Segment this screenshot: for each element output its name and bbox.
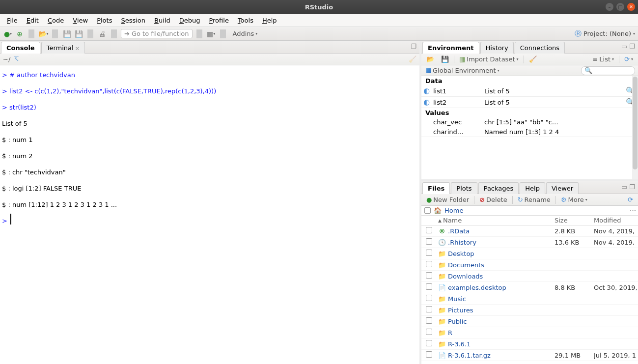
menu-tools[interactable]: Tools bbox=[234, 15, 257, 26]
tab-connections[interactable]: Connections bbox=[515, 42, 565, 54]
env-search-input[interactable] bbox=[581, 66, 635, 75]
file-name[interactable]: R-3.6.1.tar.gz bbox=[448, 352, 555, 359]
file-name[interactable]: Documents bbox=[448, 261, 555, 269]
file-row[interactable]: 📁Pictures bbox=[421, 305, 638, 316]
file-name[interactable]: Pictures bbox=[448, 307, 555, 314]
tab-terminal[interactable]: Terminal× bbox=[41, 42, 85, 54]
tab-history[interactable]: History bbox=[480, 42, 514, 54]
tab-plots[interactable]: Plots bbox=[451, 182, 477, 194]
file-name[interactable]: R-3.6.1 bbox=[448, 340, 555, 348]
refresh-env-button[interactable]: ⟳▾ bbox=[622, 55, 635, 63]
close-icon[interactable]: × bbox=[75, 45, 80, 52]
file-row[interactable]: 📁Desktop bbox=[421, 248, 638, 259]
env-scope-dropdown[interactable]: Global Environment ▾ bbox=[424, 66, 501, 75]
import-dataset-dropdown[interactable]: ▦ Import Dataset ▾ bbox=[457, 55, 521, 63]
menu-file[interactable]: File bbox=[3, 15, 22, 26]
file-name[interactable]: Music bbox=[448, 295, 555, 303]
expand-icon[interactable]: ◐ bbox=[423, 86, 432, 95]
menu-plots[interactable]: Plots bbox=[93, 15, 116, 26]
tab-files[interactable]: Files bbox=[422, 182, 450, 194]
grid-button[interactable]: ▦▾ bbox=[206, 29, 216, 38]
new-project-button[interactable]: ⊕ bbox=[15, 29, 25, 38]
save-button[interactable]: 💾 bbox=[62, 29, 72, 38]
save-all-button[interactable]: 💾 bbox=[74, 29, 83, 38]
file-checkbox[interactable] bbox=[426, 250, 432, 256]
window-minimize-button[interactable] bbox=[606, 3, 613, 11]
env-row[interactable]: ◐list1List of 5🔍 bbox=[421, 85, 638, 97]
expand-icon[interactable]: ◐ bbox=[423, 98, 432, 107]
env-row[interactable]: ◐list2List of 5🔍 bbox=[421, 97, 638, 108]
file-row[interactable]: 📄R-3.6.1.tar.gz29.1 MBJul 5, 2019, 1 bbox=[421, 350, 638, 361]
sort-by-modified[interactable]: Modified bbox=[594, 217, 638, 224]
breadcrumb-more-button[interactable]: ⋯ bbox=[630, 207, 636, 214]
env-view-dropdown[interactable]: ≡ List ▾ bbox=[590, 55, 616, 63]
pane-window-icon[interactable]: ❐ bbox=[629, 183, 635, 191]
tab-console[interactable]: Console bbox=[1, 42, 40, 54]
clear-env-button[interactable]: 🧹 bbox=[527, 55, 539, 63]
menu-help[interactable]: Help bbox=[258, 15, 281, 26]
load-workspace-button[interactable]: 📂 bbox=[424, 55, 436, 63]
file-checkbox[interactable] bbox=[426, 351, 432, 358]
addins-dropdown[interactable]: Addins ▾ bbox=[230, 29, 261, 38]
file-checkbox[interactable] bbox=[426, 295, 432, 301]
open-file-button[interactable]: 📂▾ bbox=[38, 29, 48, 38]
menu-edit[interactable]: Edit bbox=[23, 15, 43, 26]
menu-build[interactable]: Build bbox=[150, 15, 174, 26]
file-row[interactable]: 🕓.Rhistory13.6 KBNov 4, 2019, bbox=[421, 237, 638, 248]
breadcrumb-home[interactable]: Home bbox=[444, 207, 463, 214]
file-checkbox[interactable] bbox=[426, 283, 432, 290]
file-checkbox[interactable] bbox=[426, 317, 432, 324]
tab-viewer[interactable]: Viewer bbox=[546, 182, 579, 194]
file-row[interactable]: 📁R bbox=[421, 327, 638, 338]
refresh-files-button[interactable]: ⟳ bbox=[626, 196, 635, 204]
pane-window-icon[interactable]: ❐ bbox=[411, 43, 416, 50]
save-workspace-button[interactable]: 💾 bbox=[439, 55, 451, 63]
delete-button[interactable]: ⊘ Delete bbox=[477, 196, 509, 204]
pane-collapse-icon[interactable]: ▭ bbox=[621, 43, 627, 50]
file-row[interactable]: 📁Public bbox=[421, 316, 638, 327]
menu-profile[interactable]: Profile bbox=[205, 15, 232, 26]
more-dropdown[interactable]: ⚙ More ▾ bbox=[559, 196, 589, 204]
file-checkbox[interactable] bbox=[426, 261, 432, 267]
file-row[interactable]: 📁Downloads bbox=[421, 271, 638, 282]
window-maximize-button[interactable] bbox=[616, 3, 624, 11]
console-popout-icon[interactable]: ⇱ bbox=[13, 56, 19, 63]
file-checkbox[interactable] bbox=[426, 227, 432, 233]
tab-environment[interactable]: Environment bbox=[422, 42, 479, 54]
file-row[interactable]: 📁R-3.6.1 bbox=[421, 338, 638, 350]
file-row[interactable]: ®.RData2.8 KBNov 4, 2019, bbox=[421, 225, 638, 237]
file-row[interactable]: 📁Documents bbox=[421, 259, 638, 271]
file-name[interactable]: .Rhistory bbox=[448, 239, 555, 246]
file-row[interactable]: 📄examples.desktop8.8 KBOct 30, 2019, bbox=[421, 282, 638, 293]
file-name[interactable]: examples.desktop bbox=[448, 284, 555, 291]
project-selector[interactable]: Ⓡ Project: (None) ▾ bbox=[575, 29, 635, 38]
select-all-checkbox[interactable] bbox=[424, 207, 431, 214]
sort-by-name[interactable]: ▲Name bbox=[436, 217, 555, 224]
file-name[interactable]: Public bbox=[448, 318, 555, 325]
file-checkbox[interactable] bbox=[426, 329, 432, 335]
file-checkbox[interactable] bbox=[426, 306, 432, 312]
menu-session[interactable]: Session bbox=[117, 15, 149, 26]
window-close-button[interactable] bbox=[627, 3, 635, 11]
env-row[interactable]: charind…Named num [1:3] 1 2 4 bbox=[421, 127, 638, 137]
rename-button[interactable]: ↻ Rename bbox=[516, 196, 553, 204]
home-icon[interactable]: 🏠 bbox=[434, 207, 442, 214]
file-checkbox[interactable] bbox=[426, 340, 432, 346]
new-file-button[interactable]: ●▾ bbox=[3, 29, 13, 38]
tab-packages[interactable]: Packages bbox=[478, 182, 519, 194]
console-output[interactable]: > # author techvidvan> list2 <- c(c(1,2)… bbox=[0, 65, 419, 364]
goto-file-function-input[interactable]: ➔ Go to file/function bbox=[121, 29, 193, 38]
file-checkbox[interactable] bbox=[426, 272, 432, 279]
new-folder-button[interactable]: ● New Folder bbox=[424, 196, 471, 204]
print-button[interactable]: 🖨 bbox=[97, 29, 107, 38]
pane-window-icon[interactable]: ❐ bbox=[629, 43, 635, 50]
menu-debug[interactable]: Debug bbox=[175, 15, 204, 26]
tab-help[interactable]: Help bbox=[520, 182, 545, 194]
sort-by-size[interactable]: Size bbox=[555, 217, 594, 224]
file-name[interactable]: Downloads bbox=[448, 273, 555, 280]
env-row[interactable]: char_vecchr [1:5] "aa" "bb" "c… bbox=[421, 117, 638, 127]
file-name[interactable]: R bbox=[448, 329, 555, 336]
file-name[interactable]: Desktop bbox=[448, 250, 555, 257]
pane-collapse-icon[interactable]: ▭ bbox=[621, 183, 627, 191]
menu-view[interactable]: View bbox=[69, 15, 92, 26]
